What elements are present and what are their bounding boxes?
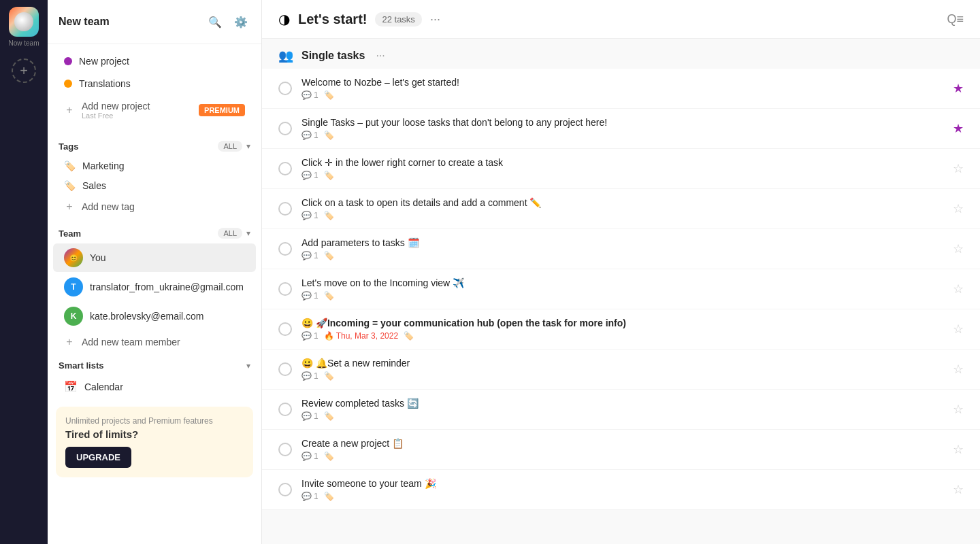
task-meta: 💬 1 🏷️ xyxy=(301,211,943,220)
member-you-name: You xyxy=(90,252,106,263)
team-chevron[interactable]: ▾ xyxy=(246,228,250,238)
task-star[interactable]: ☆ xyxy=(953,362,964,377)
sidebar-header: New team 🔍 ⚙️ xyxy=(48,0,261,44)
add-member-label: Add new team member xyxy=(82,337,180,347)
task-item[interactable]: 😀 🔔Set a new reminder 💬 1 🏷️ ☆ xyxy=(262,350,980,390)
task-tag: 🏷️ xyxy=(324,291,334,301)
task-meta: 💬 1 🏷️ xyxy=(301,171,943,180)
task-item[interactable]: Let's move on to the Incoming view ✈️ 💬 … xyxy=(262,269,980,309)
tag-marketing-label: Marketing xyxy=(82,160,124,171)
task-checkbox[interactable] xyxy=(278,122,292,135)
task-checkbox[interactable] xyxy=(278,242,292,256)
task-checkbox[interactable] xyxy=(278,403,292,416)
task-item[interactable]: Click ✛ in the lower right corner to cre… xyxy=(262,149,980,189)
sidebar-item-new-project[interactable]: New project xyxy=(53,50,256,72)
task-meta: 💬 1 🏷️ xyxy=(301,492,943,501)
task-star[interactable]: ☆ xyxy=(953,482,964,497)
member-kate[interactable]: K kate.brolevsky@email.com xyxy=(53,302,256,330)
smart-lists-chevron[interactable]: ▾ xyxy=(246,361,250,371)
task-comments: 💬 1 xyxy=(301,171,318,180)
task-checkbox[interactable] xyxy=(278,483,292,496)
task-checkbox[interactable] xyxy=(278,282,292,296)
task-title: 😀 🚀Incoming = your communication hub (op… xyxy=(301,318,943,328)
task-item[interactable]: Create a new project 📋 💬 1 🏷️ ☆ xyxy=(262,430,980,470)
task-checkbox[interactable] xyxy=(278,362,292,376)
task-checkbox[interactable] xyxy=(278,202,292,216)
task-tag: 🏷️ xyxy=(324,452,334,461)
tag-marketing-icon: 🏷️ xyxy=(64,160,76,171)
task-comments: 💬 1 xyxy=(301,131,318,140)
task-content: Single Tasks – put your loose tasks that… xyxy=(301,117,943,140)
task-item[interactable]: Review completed tasks 🔄 💬 1 🏷️ ☆ xyxy=(262,390,980,430)
tags-chevron[interactable]: ▾ xyxy=(246,141,250,151)
task-checkbox[interactable] xyxy=(278,162,292,175)
content-header-left: ◑ Let's start! 22 tasks ··· xyxy=(278,11,440,27)
task-item[interactable]: Welcome to Nozbe – let's get started! 💬 … xyxy=(262,69,980,109)
task-checkbox[interactable] xyxy=(278,82,292,95)
add-tag-icon: + xyxy=(64,201,75,212)
task-comments: 💬 1 xyxy=(301,411,318,421)
app-icon[interactable]: Now team xyxy=(8,7,39,48)
task-star[interactable]: ☆ xyxy=(953,402,964,417)
team-all-badge[interactable]: ALL xyxy=(218,228,242,239)
task-content: 😀 🔔Set a new reminder 💬 1 🏷️ xyxy=(301,358,943,381)
upgrade-button[interactable]: UPGRADE xyxy=(65,447,131,468)
tag-sales-icon: 🏷️ xyxy=(64,180,76,191)
app-label: Now team xyxy=(8,39,39,48)
task-checkbox[interactable] xyxy=(278,443,292,456)
project-dot-2 xyxy=(64,80,72,88)
task-item[interactable]: 😀 🚀Incoming = your communication hub (op… xyxy=(262,309,980,350)
tag-sales[interactable]: 🏷️ Sales xyxy=(53,176,256,195)
sidebar-item-translations[interactable]: Translations xyxy=(53,73,256,95)
task-star[interactable]: ☆ xyxy=(953,201,964,216)
task-star[interactable]: ☆ xyxy=(953,322,964,337)
tags-all-badge[interactable]: ALL xyxy=(218,141,242,152)
projects-section: New project Translations + Add new proje… xyxy=(48,44,261,131)
add-tag-row[interactable]: + Add new tag xyxy=(53,196,256,218)
task-title: Let's move on to the Incoming view ✈️ xyxy=(301,277,943,288)
task-content: Review completed tasks 🔄 💬 1 🏷️ xyxy=(301,398,943,421)
task-star[interactable]: ☆ xyxy=(953,241,964,256)
calendar-item[interactable]: 📅 Calendar xyxy=(53,375,256,398)
task-item[interactable]: Add parameters to tasks 🗓️ 💬 1 🏷️ ☆ xyxy=(262,229,980,269)
task-comments: 💬 1 xyxy=(301,90,318,100)
task-meta: 💬 1 🏷️ xyxy=(301,371,943,381)
header-search-button[interactable]: Q≡ xyxy=(947,12,964,27)
task-star[interactable]: ☆ xyxy=(953,161,964,176)
task-item[interactable]: Click on a task to open its details and … xyxy=(262,189,980,229)
task-comments: 💬 1 xyxy=(301,452,318,461)
task-comments: 💬 1 xyxy=(301,211,318,220)
calendar-icon: 📅 xyxy=(64,380,78,393)
tag-marketing[interactable]: 🏷️ Marketing xyxy=(53,156,256,175)
task-group-header: 👥 Single tasks ··· xyxy=(262,39,980,69)
task-comments: 💬 1 xyxy=(301,251,318,260)
add-member-row[interactable]: + Add new team member xyxy=(53,331,256,353)
team-section-header: Team ALL ▾ xyxy=(48,221,261,243)
task-item[interactable]: Single Tasks – put your loose tasks that… xyxy=(262,109,980,149)
team-section: Team ALL ▾ 😊 You T translator_from_ukrai… xyxy=(48,218,261,354)
header-more-button[interactable]: ··· xyxy=(430,12,440,27)
sidebar-title: New team xyxy=(59,16,110,28)
add-project-icon: + xyxy=(64,105,75,116)
task-star[interactable]: ★ xyxy=(953,81,964,96)
task-meta: 💬 1 🏷️ xyxy=(301,452,943,461)
tag-sales-label: Sales xyxy=(82,180,106,191)
member-you[interactable]: 😊 You xyxy=(53,243,256,272)
task-star[interactable]: ☆ xyxy=(953,442,964,457)
task-tag: 🏷️ xyxy=(324,211,334,220)
task-title: Invite someone to your team 🎉 xyxy=(301,478,943,489)
task-list-container: 👥 Single tasks ··· Welcome to Nozbe – le… xyxy=(262,39,980,544)
sidebar-settings-button[interactable]: ⚙️ xyxy=(231,12,250,31)
group-more-button[interactable]: ··· xyxy=(376,50,385,62)
premium-badge[interactable]: PREMIUM xyxy=(199,104,245,116)
task-star[interactable]: ☆ xyxy=(953,282,964,296)
add-project-row[interactable]: + Add new project Last Free PREMIUM xyxy=(53,95,256,125)
task-star[interactable]: ★ xyxy=(953,121,964,136)
add-workspace-button[interactable]: + xyxy=(12,58,36,83)
project-dot xyxy=(64,57,72,65)
sidebar-search-button[interactable]: 🔍 xyxy=(206,12,225,31)
task-checkbox[interactable] xyxy=(278,322,292,336)
add-member-icon: + xyxy=(64,337,75,347)
task-item[interactable]: Invite someone to your team 🎉 💬 1 🏷️ ☆ xyxy=(262,470,980,510)
member-translator[interactable]: T translator_from_ukraine@gmail.com xyxy=(53,273,256,301)
